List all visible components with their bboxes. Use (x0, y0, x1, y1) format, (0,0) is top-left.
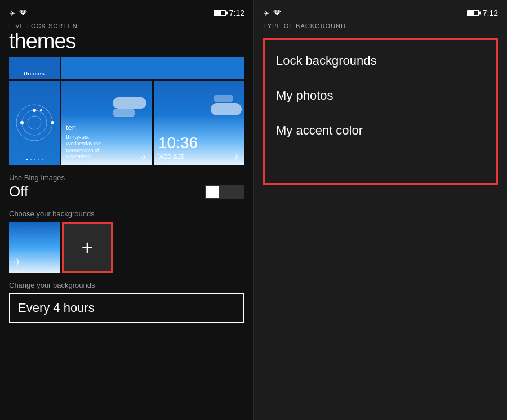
tile-digital-clock[interactable]: 10:36 WED 2/25 ✈ (154, 81, 244, 165)
bing-row: Off (9, 183, 244, 200)
type-subtitle: TYPE OF BACKGROUND (263, 23, 498, 29)
status-icons-left: ✈ (9, 9, 28, 17)
choose-label: Choose your backgrounds (9, 209, 244, 218)
bing-value: Off (9, 183, 28, 200)
left-panel: ✈ 7:12 LIVE LOCK SCREEN themes themes (0, 0, 254, 420)
time-left: 7:12 (229, 8, 244, 17)
tile-text-clock[interactable]: ten thirty-six Wednesday the twenty-nint… (61, 81, 152, 165)
status-bar-left: ✈ 7:12 (9, 7, 244, 19)
time-right: 7:12 (483, 8, 498, 17)
app-title: themes (9, 30, 244, 52)
airplane-icon-right: ✈ (263, 9, 269, 17)
plus-icon: + (81, 238, 93, 258)
option-my-photos[interactable]: My photos (265, 78, 496, 113)
tile-digital-time: 10:36 WED 2/25 (158, 133, 198, 160)
tile-airplane-icon: ✈ (141, 153, 148, 162)
bg-thumbnail[interactable]: ✈ (9, 222, 60, 273)
backgrounds-row: ✈ + (9, 222, 244, 273)
airplane-icon: ✈ (9, 9, 15, 17)
tile-top-left[interactable]: themes (9, 57, 60, 79)
bg-options-box: Lock backgrounds My photos My accent col… (263, 38, 498, 185)
svg-point-6 (40, 109, 42, 111)
option-my-accent-color[interactable]: My accent color (265, 113, 496, 148)
svg-point-1 (22, 110, 47, 135)
svg-point-5 (20, 121, 24, 124)
svg-point-3 (51, 121, 54, 124)
tile-top-label: themes (9, 71, 60, 77)
battery-icon-left (214, 10, 226, 16)
wifi-icon-right (273, 9, 282, 17)
change-label: Change your backgrounds (9, 281, 244, 289)
toggle-knob (206, 186, 219, 198)
thumb-plane: ✈ (14, 256, 22, 269)
status-bar-right: ✈ 7:12 (263, 7, 498, 19)
right-panel: ✈ 7:12 TYPE OF BACKGROUND Lock backgroun… (254, 0, 507, 420)
svg-point-4 (33, 109, 36, 112)
tile-circle-clock[interactable] (9, 81, 60, 165)
wifi-icon (19, 9, 28, 17)
tile-airplane-icon2: ✈ (233, 153, 240, 162)
svg-point-2 (28, 116, 41, 129)
clock-dots (9, 159, 60, 160)
hours-value: Every 4 hours (18, 301, 95, 315)
add-background-button[interactable]: + (62, 222, 113, 273)
status-icons-right: ✈ (263, 9, 282, 17)
hours-selector[interactable]: Every 4 hours (9, 293, 244, 323)
battery-icon-right (467, 10, 479, 16)
tile-top-wide[interactable] (61, 57, 244, 79)
option-lock-backgrounds[interactable]: Lock backgrounds (265, 43, 496, 78)
theme-grid: themes (9, 57, 244, 166)
bing-toggle[interactable] (205, 185, 244, 199)
bing-label: Use Bing Images (9, 173, 244, 182)
app-subtitle: LIVE LOCK SCREEN (9, 23, 244, 29)
tile-text-time: ten thirty-six Wednesday the twenty-nint… (66, 123, 101, 160)
